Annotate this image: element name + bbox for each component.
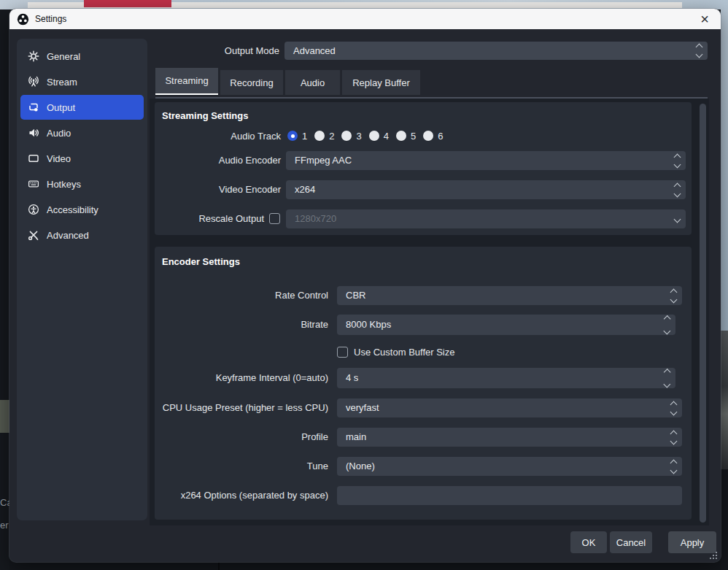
tune-label: Tune — [155, 457, 328, 476]
radio — [369, 131, 379, 141]
titlebar[interactable]: Settings × — [9, 9, 721, 29]
radio — [396, 131, 406, 141]
profile-label: Profile — [155, 428, 328, 447]
sidebar-item-label: General — [47, 51, 80, 62]
output-icon — [28, 101, 39, 113]
tune-select[interactable]: (None) — [337, 457, 682, 476]
spinner-arrows-icon[interactable] — [658, 315, 675, 335]
group-title: Streaming Settings — [162, 110, 248, 121]
audio-track-radio-3[interactable]: 3 — [341, 131, 361, 142]
encoder-settings-group: Encoder Settings Rate Control CBR Bitrat… — [155, 247, 692, 520]
radio-selected — [287, 131, 298, 141]
tab-recording[interactable]: Recording — [220, 70, 283, 95]
audio-encoder-label: Audio Encoder — [155, 151, 281, 170]
audio-track-radio-1[interactable]: 1 — [287, 131, 307, 142]
keyframe-interval-label: Keyframe Interval (0=auto) — [155, 368, 328, 388]
sidebar-item-label: Stream — [47, 77, 77, 88]
settings-dialog: Settings × General — [9, 9, 721, 562]
sidebar-item-general[interactable]: General — [20, 44, 144, 69]
audio-track-radio-4[interactable]: 4 — [369, 131, 389, 142]
screen: Ca er Settings × General — [0, 0, 728, 570]
keyframe-interval-spinbox[interactable]: 4 s — [337, 368, 675, 388]
chevron-updown-icon — [690, 42, 708, 60]
sidebar-item-accessibility[interactable]: Accessibility — [20, 197, 144, 222]
sidebar-item-label: Output — [47, 102, 75, 113]
settings-scroll-area: Streaming Settings Audio Track 1 2 3 4 5… — [150, 99, 709, 525]
audio-track-radio-2[interactable]: 2 — [314, 131, 334, 142]
streaming-settings-group: Streaming Settings Audio Track 1 2 3 4 5… — [155, 102, 692, 235]
audio-track-radio-5[interactable]: 5 — [396, 131, 416, 142]
rescale-output-checkbox[interactable] — [269, 213, 280, 224]
window-title: Settings — [35, 14, 66, 24]
sidebar-item-hotkeys[interactable]: Hotkeys — [20, 172, 144, 196]
chevron-updown-icon — [665, 428, 682, 447]
background-divider — [218, 562, 220, 570]
rate-control-select[interactable]: CBR — [337, 286, 682, 305]
sidebar-item-label: Advanced — [47, 230, 89, 241]
profile-select[interactable]: main — [337, 428, 682, 447]
audio-encoder-select[interactable]: FFmpeg AAC — [286, 151, 686, 170]
resize-grip[interactable] — [708, 550, 717, 559]
chevron-down-icon — [668, 209, 686, 228]
x264-options-input[interactable] — [337, 486, 682, 505]
scrollbar-thumb[interactable] — [700, 104, 706, 523]
speaker-icon — [28, 127, 39, 139]
sidebar-item-label: Video — [47, 153, 71, 164]
rescale-resolution-select[interactable]: 1280x720 — [286, 209, 686, 228]
audio-track-label: Audio Track — [155, 130, 281, 143]
output-mode-label: Output Mode — [170, 42, 279, 60]
chevron-updown-icon — [668, 180, 686, 199]
chevron-updown-icon — [665, 457, 682, 476]
sidebar-item-audio[interactable]: Audio — [20, 120, 144, 145]
video-encoder-label: Video Encoder — [155, 180, 281, 199]
sidebar-item-stream[interactable]: Stream — [20, 69, 144, 94]
cpu-preset-label: CPU Usage Preset (higher = less CPU) — [155, 398, 328, 417]
sidebar-item-label: Accessibility — [47, 204, 98, 215]
radio — [423, 131, 433, 141]
x264-options-label: x264 Options (separated by space) — [155, 486, 328, 505]
radio — [341, 131, 352, 141]
spinner-arrows-icon[interactable] — [658, 368, 675, 388]
tab-audio[interactable]: Audio — [285, 70, 340, 95]
output-mode-select[interactable]: Advanced — [284, 42, 708, 60]
audio-track-radios: 1 2 3 4 5 6 — [287, 129, 443, 142]
bitrate-label: Bitrate — [155, 315, 328, 335]
tab-replay-buffer[interactable]: Replay Buffer — [342, 70, 420, 95]
cancel-button[interactable]: Cancel — [610, 531, 652, 553]
bitrate-spinbox[interactable]: 8000 Kbps — [337, 315, 675, 335]
chevron-updown-icon — [665, 286, 682, 305]
rescale-output-label: Rescale Output — [155, 209, 264, 228]
sidebar-item-advanced[interactable]: Advanced — [20, 223, 144, 247]
cpu-preset-select[interactable]: veryfast — [337, 398, 682, 417]
chevron-updown-icon — [665, 398, 682, 417]
tools-icon — [28, 229, 39, 241]
sidebar: General Stream Output — [17, 39, 147, 520]
broadcast-icon — [28, 76, 39, 88]
monitor-icon — [28, 153, 39, 164]
custom-buffer-checkbox[interactable] — [337, 347, 348, 358]
background-text-fragment: er — [0, 520, 9, 531]
sidebar-item-label: Audio — [47, 128, 71, 139]
custom-buffer-label: Use Custom Buffer Size — [354, 347, 454, 358]
chevron-updown-icon — [668, 151, 686, 170]
accessibility-icon — [28, 204, 39, 215]
sidebar-item-output[interactable]: Output — [20, 95, 144, 120]
radio — [314, 131, 325, 141]
rate-control-label: Rate Control — [155, 286, 328, 305]
gear-icon — [28, 50, 39, 62]
sidebar-item-video[interactable]: Video — [20, 146, 144, 171]
ok-button[interactable]: OK — [570, 531, 607, 553]
video-encoder-select[interactable]: x264 — [286, 180, 686, 199]
background-red-bar — [84, 0, 171, 7]
audio-track-radio-6[interactable]: 6 — [423, 131, 443, 142]
dialog-body: General Stream Output — [9, 29, 721, 562]
group-title: Encoder Settings — [162, 256, 240, 267]
obs-logo-icon — [17, 13, 29, 26]
keyboard-icon — [28, 178, 39, 190]
background-left-strip — [0, 9, 9, 570]
background-right-strip — [721, 9, 728, 570]
close-icon[interactable]: × — [695, 9, 714, 29]
sidebar-item-label: Hotkeys — [47, 179, 81, 190]
tab-streaming[interactable]: Streaming — [155, 68, 218, 95]
